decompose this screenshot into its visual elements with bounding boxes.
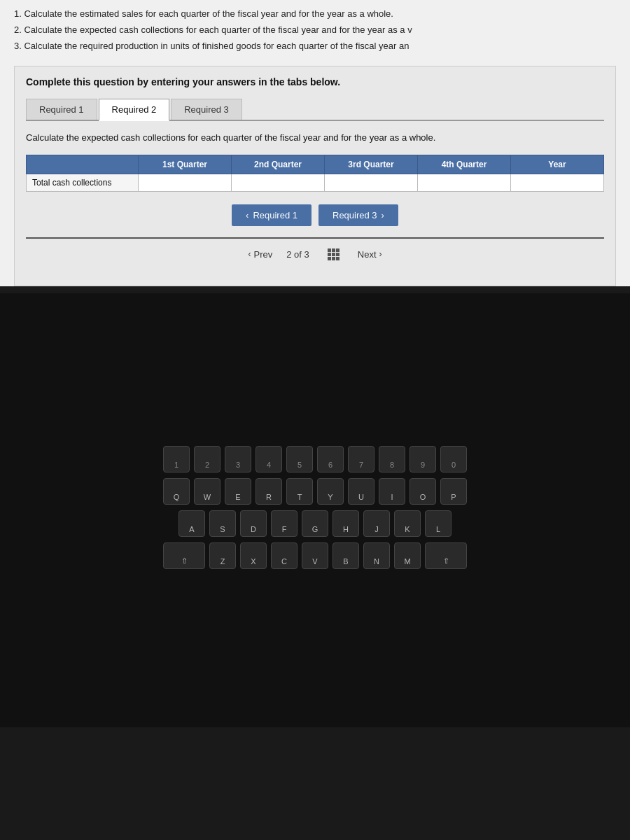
key-w[interactable]: W bbox=[194, 478, 220, 505]
required-3-nav-label: Required 3 bbox=[332, 210, 377, 220]
key-p[interactable]: P bbox=[440, 478, 467, 505]
key-shift-left[interactable]: ⇧ bbox=[163, 542, 205, 569]
col-header-year: Year bbox=[511, 155, 604, 174]
instructions-block: 1. Calculate the estimated sales for eac… bbox=[0, 0, 630, 59]
page-indicator: 2 of 3 bbox=[286, 249, 309, 260]
key-x[interactable]: X bbox=[240, 542, 267, 569]
keyboard-row-numbers: 1 2 3 4 5 6 7 8 9 0 bbox=[163, 446, 467, 472]
cell-q1[interactable] bbox=[139, 174, 232, 191]
required-1-nav-button[interactable]: ‹ Required 1 bbox=[232, 204, 312, 226]
page-navigation: ‹ Prev 2 of 3 Next › bbox=[26, 237, 604, 272]
col-header-q2: 2nd Quarter bbox=[232, 155, 325, 174]
input-q2[interactable] bbox=[237, 178, 318, 188]
key-h[interactable]: H bbox=[332, 510, 359, 537]
tab-required-2[interactable]: Required 2 bbox=[99, 99, 170, 121]
key-d[interactable]: D bbox=[240, 510, 267, 537]
key-6[interactable]: 6 bbox=[317, 446, 344, 472]
input-q1[interactable] bbox=[144, 178, 225, 188]
prev-arrow-icon: ‹ bbox=[248, 249, 251, 259]
key-o[interactable]: O bbox=[410, 478, 436, 505]
key-7[interactable]: 7 bbox=[348, 446, 374, 472]
keyboard-row-qwerty: Q W E R T Y U I O P bbox=[163, 478, 467, 505]
key-m[interactable]: M bbox=[394, 542, 421, 569]
key-v[interactable]: V bbox=[302, 542, 328, 569]
tabs-container: Required 1 Required 2 Required 3 bbox=[26, 99, 604, 121]
next-label: Next bbox=[358, 249, 377, 260]
cell-q2[interactable] bbox=[232, 174, 325, 191]
key-8[interactable]: 8 bbox=[379, 446, 405, 472]
keyboard-row-asdf: A S D F G H J K L bbox=[178, 510, 451, 537]
key-n[interactable]: N bbox=[363, 542, 390, 569]
key-4[interactable]: 4 bbox=[255, 446, 282, 472]
key-shift-right[interactable]: ⇧ bbox=[425, 542, 467, 569]
key-0[interactable]: 0 bbox=[440, 446, 467, 472]
cash-collections-table: 1st Quarter 2nd Quarter 3rd Quarter 4th … bbox=[26, 155, 604, 192]
input-q3[interactable] bbox=[330, 178, 412, 188]
instruction-line-1: 1. Calculate the estimated sales for eac… bbox=[14, 7, 616, 22]
key-z[interactable]: Z bbox=[209, 542, 236, 569]
left-arrow-icon: ‹ bbox=[246, 210, 248, 220]
input-year[interactable] bbox=[517, 178, 598, 188]
prev-button[interactable]: ‹ Prev bbox=[248, 249, 273, 260]
tab-description: Calculate the expected cash collections … bbox=[26, 131, 604, 145]
key-r[interactable]: R bbox=[255, 478, 282, 505]
complete-question-box: Complete this question by entering your … bbox=[14, 66, 616, 286]
cell-year[interactable] bbox=[511, 174, 604, 191]
next-button[interactable]: Next › bbox=[358, 249, 382, 260]
key-1[interactable]: 1 bbox=[163, 446, 190, 472]
tab-navigation-buttons: ‹ Required 1 Required 3 › bbox=[26, 204, 604, 226]
cell-q3[interactable] bbox=[325, 174, 418, 191]
next-arrow-icon: › bbox=[379, 249, 382, 259]
col-header-empty bbox=[27, 155, 139, 174]
row-label-total-cash: Total cash collections bbox=[27, 174, 139, 191]
key-s[interactable]: S bbox=[209, 510, 236, 537]
prev-label: Prev bbox=[254, 249, 273, 260]
complete-title: Complete this question by entering your … bbox=[26, 76, 604, 88]
right-arrow-icon: › bbox=[382, 210, 384, 220]
keyboard-row-zxcv: ⇧ Z X C V B N M ⇧ bbox=[163, 542, 467, 569]
key-9[interactable]: 9 bbox=[410, 446, 436, 472]
input-q4[interactable] bbox=[424, 178, 505, 188]
key-q[interactable]: Q bbox=[163, 478, 190, 505]
key-a[interactable]: A bbox=[178, 510, 205, 537]
grid-icon[interactable] bbox=[328, 248, 340, 260]
key-b[interactable]: B bbox=[332, 542, 359, 569]
instruction-line-3: 3. Calculate the required production in … bbox=[14, 39, 616, 54]
required-3-nav-button[interactable]: Required 3 › bbox=[318, 204, 398, 226]
instruction-line-2: 2. Calculate the expected cash collectio… bbox=[14, 23, 616, 38]
key-g[interactable]: G bbox=[302, 510, 328, 537]
col-header-q4: 4th Quarter bbox=[418, 155, 511, 174]
cell-q4[interactable] bbox=[418, 174, 511, 191]
key-i[interactable]: I bbox=[379, 478, 405, 505]
key-y[interactable]: Y bbox=[317, 478, 344, 505]
col-header-q3: 3rd Quarter bbox=[325, 155, 418, 174]
key-e[interactable]: E bbox=[225, 478, 251, 505]
key-k[interactable]: K bbox=[394, 510, 421, 537]
key-u[interactable]: U bbox=[348, 478, 374, 505]
keyboard-area: 1 2 3 4 5 6 7 8 9 0 Q W E R T Y U I O P … bbox=[0, 293, 630, 727]
required-1-nav-label: Required 1 bbox=[253, 210, 298, 220]
tab-required-1[interactable]: Required 1 bbox=[26, 99, 97, 120]
tab-required-3[interactable]: Required 3 bbox=[171, 99, 242, 120]
key-t[interactable]: T bbox=[286, 478, 313, 505]
key-f[interactable]: F bbox=[271, 510, 298, 537]
key-2[interactable]: 2 bbox=[194, 446, 220, 472]
table-row: Total cash collections bbox=[27, 174, 604, 191]
key-5[interactable]: 5 bbox=[286, 446, 313, 472]
key-3[interactable]: 3 bbox=[225, 446, 251, 472]
col-header-q1: 1st Quarter bbox=[139, 155, 232, 174]
key-c[interactable]: C bbox=[271, 542, 298, 569]
key-j[interactable]: J bbox=[363, 510, 390, 537]
key-l[interactable]: L bbox=[425, 510, 451, 537]
